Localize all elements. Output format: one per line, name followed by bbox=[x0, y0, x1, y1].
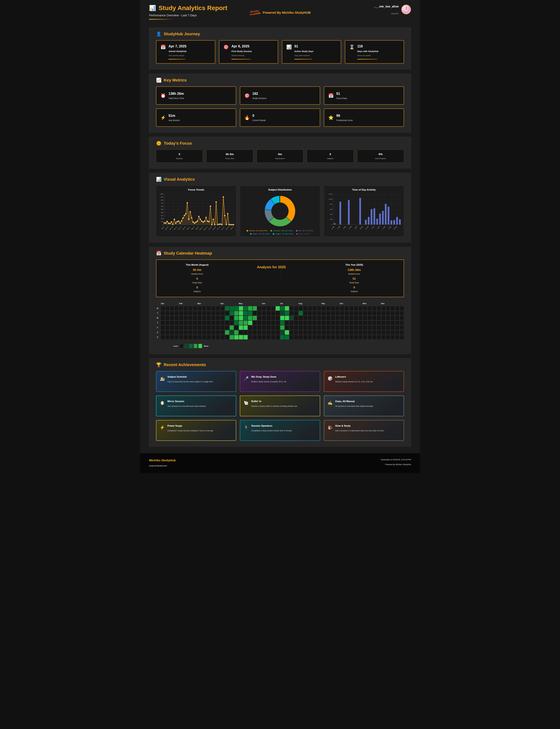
heatmap-cell bbox=[266, 335, 271, 340]
heatmap-cell bbox=[257, 335, 261, 340]
heatmap-cell bbox=[175, 330, 179, 335]
heatmap-cell bbox=[184, 321, 188, 325]
metric-value: 51m bbox=[168, 114, 180, 118]
heatmap-month-label: Mar bbox=[197, 303, 201, 305]
metric-value: 162 bbox=[252, 92, 267, 96]
legend-swatch bbox=[296, 233, 298, 235]
heatmap-cell bbox=[335, 326, 340, 330]
heatmap-month-label: Feb bbox=[179, 303, 183, 305]
today-value: 0h 0m bbox=[208, 153, 252, 156]
today-value: 0 bbox=[157, 153, 202, 156]
heatmap-cell bbox=[266, 326, 271, 330]
heatmap-cell bbox=[363, 335, 367, 340]
achievement-title: Oops, All Manual bbox=[335, 400, 373, 403]
heatmap-cell bbox=[289, 306, 294, 311]
heatmap-cell bbox=[193, 316, 197, 320]
legend-swatch bbox=[270, 230, 272, 232]
svg-text:600: 600 bbox=[330, 209, 332, 210]
legend-item: Physics: 51h 10m (37%) bbox=[247, 230, 267, 232]
year-subjects-value: 0 bbox=[305, 286, 404, 289]
heatmap-cell bbox=[221, 335, 225, 340]
heatmap-cell bbox=[276, 335, 280, 340]
month-subjects-value: 0 bbox=[156, 286, 238, 289]
heatmap-cell bbox=[303, 335, 307, 340]
heatmap-cell bbox=[349, 306, 353, 311]
heatmap-cell bbox=[234, 306, 238, 311]
year-stats: This Year (2025) 138h 26m Studied Hours … bbox=[305, 264, 404, 293]
report-footer: Michiko StudyHub study.michikobot.tech G… bbox=[140, 453, 420, 473]
achievement-title: Power Surge bbox=[167, 424, 213, 427]
svg-text:10 PM: 10 PM bbox=[393, 226, 397, 230]
heatmap-cell bbox=[207, 335, 211, 340]
heatmap-cell bbox=[276, 321, 280, 325]
heatmap-cell bbox=[368, 321, 372, 325]
heatmap-cell bbox=[175, 316, 179, 320]
heatmap-cell bbox=[197, 326, 202, 330]
heatmap-cell bbox=[400, 316, 404, 320]
heatmap-cell bbox=[285, 330, 289, 335]
heatmap-cell bbox=[271, 330, 275, 335]
svg-text:800: 800 bbox=[330, 203, 332, 205]
heatmap-month-label: Sep bbox=[321, 303, 325, 305]
heatmap-cell bbox=[372, 335, 376, 340]
heatmap-cell bbox=[285, 335, 289, 340]
heatmap-cell bbox=[257, 330, 261, 335]
heatmap-cell bbox=[165, 316, 170, 320]
heatmap-cell bbox=[230, 326, 234, 330]
heatmap-cell bbox=[381, 326, 386, 330]
heatmap-cell bbox=[312, 306, 317, 311]
calendar-icon: 📅 bbox=[328, 94, 334, 98]
heatmap-cell bbox=[331, 306, 335, 311]
heatmap-cell bbox=[363, 311, 367, 316]
heatmap-cell bbox=[234, 311, 238, 316]
today-section-title: 🌞 Today's Focus bbox=[156, 141, 404, 146]
journey-card-active-days: 📊 51 Active Study Days Days with session… bbox=[282, 40, 341, 64]
today-label: Sessions bbox=[157, 158, 202, 159]
heatmap-cell bbox=[202, 306, 206, 311]
heatmap-cell bbox=[202, 326, 206, 330]
achievement-card-rollin-in: 🐚 Rollin' In Started a session within 5 … bbox=[240, 395, 320, 416]
trophy-icon: 🏆 bbox=[156, 362, 161, 367]
achievements-section-title: 🏆 Recent Achievements bbox=[156, 362, 404, 367]
heatmap-cell bbox=[299, 335, 303, 340]
heatmap-cell bbox=[358, 326, 363, 330]
heatmap-month-label: May bbox=[239, 303, 243, 305]
heatmap-cell bbox=[285, 321, 289, 325]
heatmap-cell bbox=[248, 306, 252, 311]
heatmap-cell bbox=[294, 335, 298, 340]
heatmap-cell bbox=[368, 335, 372, 340]
bar-chart-icon: 📊 bbox=[149, 5, 156, 11]
svg-text:700: 700 bbox=[161, 202, 163, 204]
heatmap-cell bbox=[395, 321, 399, 325]
heatmap-cell bbox=[193, 330, 197, 335]
achievement-desc: All sessions in one week were added manu… bbox=[335, 405, 373, 407]
heatmap-cell bbox=[207, 311, 211, 316]
line-chart-canvas: 01002003004005006007008009001,000Apr 6Ap… bbox=[158, 192, 235, 235]
legend-item: Hindi: 7m (0%) bbox=[296, 233, 310, 235]
heatmap-cell bbox=[354, 330, 358, 335]
journey-sublabel: Started learning bbox=[231, 55, 252, 57]
heatmap-cell bbox=[391, 311, 395, 316]
heatmap-cell bbox=[395, 311, 399, 316]
heatmap-cell bbox=[244, 321, 248, 325]
heatmap-cell bbox=[377, 335, 381, 340]
heatmap-cell bbox=[188, 316, 193, 320]
card-accent-bar bbox=[357, 59, 377, 60]
achievement-desc: Log 3 or more tests for the same subject… bbox=[167, 380, 213, 383]
heatmap-cell bbox=[211, 306, 216, 311]
heatmap-cell bbox=[175, 326, 179, 330]
journey-value: 118 bbox=[357, 44, 378, 48]
heatmap-cell bbox=[391, 326, 395, 330]
heatmap-cell bbox=[391, 306, 395, 311]
heatmap-cell bbox=[331, 321, 335, 325]
metric-value: 0 bbox=[252, 114, 266, 118]
heatmap-cell bbox=[239, 321, 243, 325]
heatmap-cell bbox=[317, 326, 321, 330]
today-section: 🌞 Today's Focus 0 Sessions 0h 0m Focus T… bbox=[149, 137, 411, 169]
heatmap-cell bbox=[239, 316, 243, 320]
heatmap-cell bbox=[225, 311, 229, 316]
heatmap-cell bbox=[381, 321, 386, 325]
heatmap-cell bbox=[340, 326, 344, 330]
heatmap-cell bbox=[184, 311, 188, 316]
heatmap-cell bbox=[234, 335, 238, 340]
